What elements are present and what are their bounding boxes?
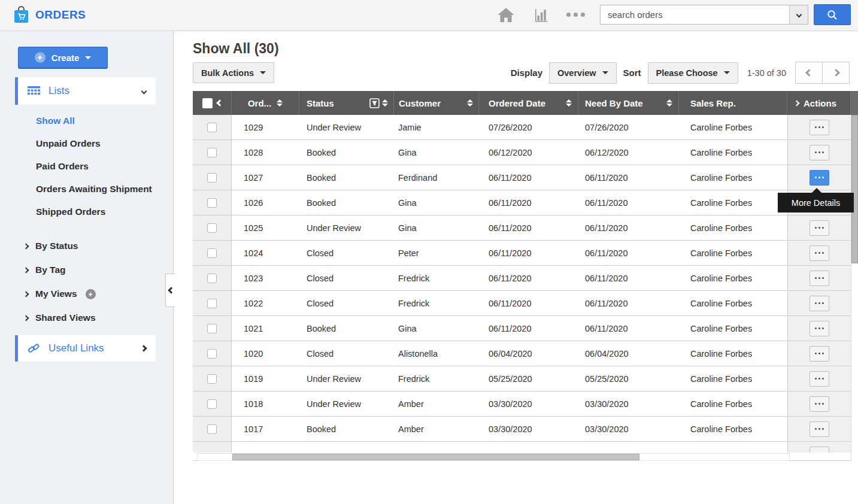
sidebar-item-unpaid-orders[interactable]: Unpaid Orders [36,136,162,150]
chevron-left-icon [168,287,174,293]
cell-order: 1018 [232,391,299,416]
sort-dropdown[interactable]: Please Choose [648,62,738,84]
sort-label: Sort [623,68,641,78]
row-checkbox[interactable] [207,349,217,359]
cell-ordered-date: 06/04/2020 [479,341,578,366]
row-actions-button[interactable] [810,220,829,236]
caret-down-icon [260,71,266,74]
search-button[interactable] [814,4,851,25]
row-checkbox[interactable] [207,299,217,308]
sort-icon[interactable] [467,99,473,107]
cell-ordered-date: 03/30/2020 [479,391,578,416]
row-actions-button[interactable] [810,145,829,160]
row-actions-button[interactable] [810,296,829,311]
row-checkbox[interactable] [207,399,217,409]
chevron-right-icon [140,345,147,351]
sidebar-item-show-all[interactable]: Show All [36,114,162,127]
row-checkbox[interactable] [207,223,217,233]
cell-ordered-date: 03/30/2020 [479,417,578,441]
sidebar-item-paid-orders[interactable]: Paid Orders [36,159,162,173]
header-cell-ordered-date[interactable]: Ordered Date [479,91,578,115]
cell-order: 1024 [232,241,299,265]
header-cell-sales-rep[interactable]: Sales Rep. [679,91,787,115]
row-checkbox[interactable] [207,198,217,208]
page-title: Show All (30) [193,41,279,57]
row-actions-button[interactable] [810,371,829,387]
row-actions-button[interactable] [810,321,829,336]
vertical-scrollbar-thumb[interactable] [851,115,858,263]
header-cell-status[interactable]: Status [299,91,394,115]
row-actions-button[interactable] [810,421,829,437]
cell-status: Closed [299,341,394,366]
row-checkbox[interactable] [207,248,217,258]
row-actions-cell [787,417,851,441]
cell-sales-rep: Caroline Forbes [679,115,787,139]
chevron-down-icon [141,88,147,94]
search-input[interactable] [601,5,789,24]
cell-status: Under Review [299,115,394,139]
table-row: 1024 Closed Peter 06/11/2020 06/11/2020 … [193,241,851,266]
table-row: 1029 Under Review Jamie 07/26/2020 07/26… [193,115,851,140]
header-cell-actions[interactable]: Actions [787,91,851,115]
sort-icon[interactable] [666,99,672,107]
row-actions-button[interactable] [810,245,829,261]
search-options-dropdown[interactable] [789,5,808,24]
cell-ordered-date: 06/11/2020 [479,316,578,341]
cell-sales-rep: Caroline Forbes [679,417,787,441]
row-select-cell [193,391,232,416]
row-actions-button[interactable] [810,271,829,286]
sidebar-item-by-status[interactable]: By Status [24,241,96,251]
sort-icon[interactable] [382,99,388,107]
sidebar-item-shared-views[interactable]: Shared Views [24,312,96,323]
sidebar-item-my-views[interactable]: My Views + [24,289,96,299]
row-actions-button[interactable] [810,396,829,412]
row-actions-button[interactable] [810,170,829,186]
cell-need-by-date: 06/11/2020 [578,165,679,190]
cell-need-by-date: 06/11/2020 [578,241,679,265]
row-actions-button[interactable] [810,120,829,135]
sidebar-item-lists[interactable]: Lists [15,77,156,105]
row-actions-button[interactable] [810,346,829,362]
header-cell-order[interactable]: Ord... [232,91,299,115]
row-checkbox[interactable] [207,424,217,434]
header-cell-customer[interactable]: Customer [394,91,479,115]
row-checkbox[interactable] [207,324,217,333]
cell-ordered-date: 05/25/2020 [479,366,578,391]
row-checkbox[interactable] [207,274,217,283]
select-all-checkbox[interactable] [202,98,213,108]
chevron-right-icon[interactable] [794,100,800,106]
home-icon[interactable] [497,7,515,26]
row-checkbox[interactable] [207,374,217,384]
sidebar-collapse-handle[interactable] [165,274,175,307]
row-checkbox[interactable] [207,173,217,183]
cell-sales-rep: Caroline Forbes [679,391,787,416]
cell-customer: Alistonella [394,341,479,366]
sidebar-item-shipped-orders[interactable]: Shipped Orders [36,205,162,218]
next-page-button[interactable] [822,62,850,84]
sidebar-item-useful-links[interactable]: Useful Links [15,335,156,362]
previous-page-button[interactable] [795,62,823,84]
sidebar-item-by-tag[interactable]: By Tag [24,265,96,275]
sort-icon[interactable] [277,99,283,107]
sort-icon[interactable] [566,99,572,107]
row-checkbox[interactable] [207,148,217,157]
sidebar-item-orders-awaiting-shipment[interactable]: Orders Awaiting Shipment [36,182,162,196]
cell-status: Under Review [299,215,394,240]
display-dropdown[interactable]: Overview [549,62,617,84]
row-select-cell [193,241,232,265]
filter-icon[interactable] [369,98,380,108]
bulk-actions-button[interactable]: Bulk Actions [193,62,274,83]
horizontal-scrollbar-thumb[interactable] [232,454,639,460]
add-view-icon[interactable]: + [86,289,96,299]
bar-chart-icon[interactable] [533,8,549,26]
sidebar-list-links: Show All Unpaid Orders Paid Orders Order… [36,114,162,218]
header-cell-need-by-date[interactable]: Need By Date [578,91,679,115]
cell-order: 1017 [232,417,299,441]
create-button[interactable]: + Create [18,47,108,69]
row-checkbox[interactable] [207,123,217,132]
row-actions-button[interactable] [810,447,829,453]
cell-sales-rep: Caroline Forbes [679,316,787,341]
row-actions-cell [787,366,851,391]
more-menu-icon[interactable] [566,13,585,17]
chevron-left-icon[interactable] [216,99,223,106]
